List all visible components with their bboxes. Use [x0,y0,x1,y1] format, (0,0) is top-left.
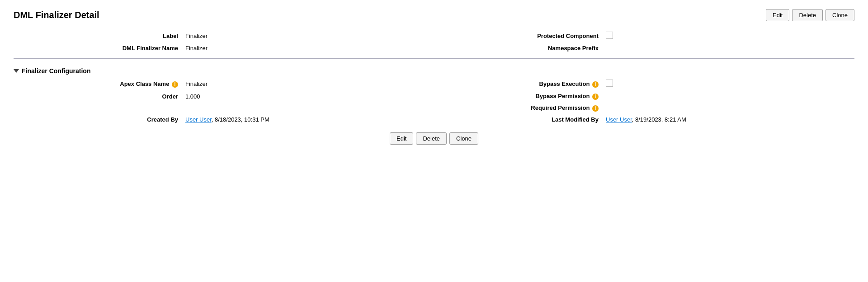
table-row: Created By User User, 8/18/2023, 10:31 P… [14,114,854,125]
last-modified-by-value: User User, 8/19/2023, 8:21 AM [602,114,854,125]
created-by-value: User User, 8/18/2023, 10:31 PM [182,114,434,125]
header-delete-button[interactable]: Delete [792,9,823,21]
section-fields-table: Apex Class Name i Finalizer Bypass Execu… [14,77,854,125]
apex-class-name-label: Apex Class Name i [14,77,182,90]
last-modified-by-label: Last Modified By [434,114,602,125]
protected-component-label: Protected Component [434,29,602,42]
dml-finalizer-name-value: Finalizer [182,42,434,54]
bottom-btn-row: Edit Delete Clone [14,132,854,145]
bottom-clone-button[interactable]: Clone [449,132,478,145]
bypass-execution-value [602,77,854,90]
bypass-execution-checkbox [606,80,613,87]
required-permission-info-icon[interactable]: i [592,105,599,112]
created-by-user-link[interactable]: User User [185,116,212,123]
bypass-permission-info-icon[interactable]: i [592,94,599,100]
page-title: DML Finalizer Detail [14,10,760,20]
last-modified-by-user-link[interactable]: User User [606,116,632,123]
header-clone-button[interactable]: Clone [826,9,854,21]
last-modified-by-date: , 8/19/2023, 8:21 AM [632,116,686,123]
protected-component-value [602,29,854,42]
section-header: Finalizer Configuration [14,64,854,77]
namespace-prefix-value [602,42,854,54]
protected-component-checkbox [606,32,613,39]
bottom-delete-button[interactable]: Delete [416,132,447,145]
page-header: DML Finalizer Detail Edit Delete Clone [14,9,854,21]
header-edit-button[interactable]: Edit [766,9,789,21]
label-field-value: Finalizer [182,29,434,42]
label-field-label: Label [14,29,182,42]
created-by-date: , 8/18/2023, 10:31 PM [212,116,269,123]
table-row: Apex Class Name i Finalizer Bypass Execu… [14,77,854,90]
section-divider [14,58,854,59]
table-row: Label Finalizer Protected Component [14,29,854,42]
section-collapse-icon[interactable] [14,69,19,73]
section-title: Finalizer Configuration [22,67,90,75]
bypass-execution-label: Bypass Execution i [434,77,602,90]
header-btn-group: Edit Delete Clone [766,9,854,21]
table-row: Required Permission i [14,102,854,114]
namespace-prefix-label: Namespace Prefix [434,42,602,54]
order-value: 1.000 [182,90,434,102]
table-row: Order 1.000 Bypass Permission i [14,90,854,102]
dml-finalizer-name-label: DML Finalizer Name [14,42,182,54]
created-by-label: Created By [14,114,182,125]
apex-class-name-value: Finalizer [182,77,434,90]
required-permission-value [602,102,854,114]
bypass-permission-label: Bypass Permission i [434,90,602,102]
order-label: Order [14,90,182,102]
bypass-execution-info-icon[interactable]: i [592,81,599,88]
bypass-permission-value [602,90,854,102]
apex-class-name-info-icon[interactable]: i [172,81,178,88]
required-permission-label: Required Permission i [434,102,602,114]
main-fields-table: Label Finalizer Protected Component DML … [14,29,854,54]
bottom-edit-button[interactable]: Edit [390,132,413,145]
table-row: DML Finalizer Name Finalizer Namespace P… [14,42,854,54]
